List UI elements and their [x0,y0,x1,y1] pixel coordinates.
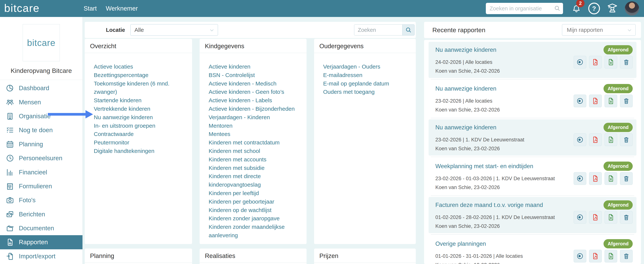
report-link-kinderen-per-geboortejaar[interactable]: Kinderen per geboortejaar [209,198,300,206]
report-link-kinderen-met-school[interactable]: Kinderen met school [209,147,300,155]
report-link-kinderen-zonder-maandelijkse-aanlevering[interactable]: Kinderen zonder maandelijkse aanlevering [209,223,300,240]
reports-filter-select[interactable]: Mijn rapporten [562,24,636,36]
report-title-link[interactable]: Nu aanwezige kinderen [435,46,496,53]
sidebar-item-label: Formulieren [19,183,52,190]
delete-report-button[interactable] [620,172,633,185]
report-separator [431,196,634,196]
sidebar-item-financieel[interactable]: Financieel [0,165,82,179]
camera-icon [6,196,14,204]
report-link-ouders-met-toegang[interactable]: Ouders met toegang [323,88,410,96]
report-search-input[interactable] [354,24,402,36]
report-link-nu-aanwezige-kinderen[interactable]: Nu aanwezige kinderen [94,113,186,122]
report-link-actieve-kinderen-geen-foto-s[interactable]: Actieve kinderen - Geen foto’s [209,88,300,96]
report-link-mentees[interactable]: Mentees [209,130,300,138]
report-link-startende-kinderen[interactable]: Startende kinderen [94,96,186,105]
sidebar-item-berichten[interactable]: Berichten [0,207,82,221]
delete-report-button[interactable] [620,56,633,68]
help-button[interactable]: ? [588,3,600,14]
report-link-actieve-kinderen[interactable]: Actieve kinderen [209,62,300,71]
report-link-actieve-kinderen-medisch[interactable]: Actieve kinderen - Medisch [209,80,300,88]
view-report-button[interactable] [574,56,586,68]
eye-icon [576,252,584,260]
report-link-verjaardagen-kinderen[interactable]: Verjaardagen - Kinderen [209,113,300,122]
user-avatar[interactable] [625,1,639,16]
report-link-e-mailadressen[interactable]: E-mailadressen [323,71,410,80]
download-excel-button[interactable] [604,250,617,262]
pdf-icon [592,136,599,144]
view-report-button[interactable] [574,172,586,185]
delete-report-button[interactable] [620,211,633,224]
sidebar-item-dashboard[interactable]: Dashboard [0,81,82,95]
sidebar-item-documenten[interactable]: Documenten [0,221,82,235]
report-link-kinderen-per-leeftijd[interactable]: Kinderen per leeftijd [209,189,300,198]
download-pdf-button[interactable] [589,133,602,146]
report-title-link[interactable]: Weekplanning met start- en eindtijden [435,163,533,170]
download-excel-button[interactable] [604,172,617,185]
sidebar-item-mensen[interactable]: Mensen [0,95,82,109]
global-search-input[interactable] [486,3,563,14]
report-link-kinderen-zonder-jaaropgave[interactable]: Kinderen zonder jaaropgave [209,214,300,223]
report-title-link[interactable]: Nu aanwezige kinderen [435,85,496,92]
report-link-bezettingspercentage[interactable]: Bezettingspercentage [94,71,186,80]
delete-report-button[interactable] [620,133,633,146]
location-select[interactable]: Alle [130,24,218,36]
report-link-contractwaarde[interactable]: Contractwaarde [94,130,186,138]
nav-item-start[interactable]: Start [84,5,97,12]
sidebar-item-label: Organisatie [19,112,51,120]
report-link-actieve-kinderen-labels[interactable]: Actieve kinderen - Labels [209,96,300,105]
sidebar-item-foto-s[interactable]: Foto's [0,193,82,207]
view-report-button[interactable] [574,250,586,262]
download-excel-button[interactable] [604,133,617,146]
report-link-vertrekkende-kinderen[interactable]: Vertrekkende kinderen [94,105,186,113]
report-link-e-mail-op-geplande-datum[interactable]: E-mail op geplande datum [323,80,410,88]
report-link-kinderen-met-subsidie[interactable]: Kinderen met subsidie [209,164,300,172]
report-link-toekomstige-kinderen-6-mnd-zwanger[interactable]: Toekomstige kinderen (6 mnd. zwanger) [94,80,186,96]
download-excel-button[interactable] [604,211,617,224]
delete-report-button[interactable] [620,250,633,262]
report-link-bsn-controlelijst[interactable]: BSN - Controlelijst [209,71,300,80]
report-link-kinderen-op-de-wachtlijst[interactable]: Kinderen op de wachtlijst [209,206,300,214]
report-link-digitale-handtekeningen[interactable]: Digitale handtekeningen [94,147,186,155]
report-link-peutermonitor[interactable]: Peutermonitor [94,138,186,147]
notifications-button[interactable]: 2 [571,3,582,14]
download-pdf-button[interactable] [589,172,602,185]
view-report-button[interactable] [574,94,586,107]
report-title-link[interactable]: Facturen deze maand t.o.v. vorige maand [435,202,543,208]
sidebar-item-rapporten[interactable]: Rapporten [0,235,82,249]
sidebar-item-label: Rapporten [19,238,48,246]
download-excel-button[interactable] [604,56,617,68]
report-link-in-en-uitstroom-groepen[interactable]: In- en uitstroom groepen [94,122,186,130]
view-report-button[interactable] [574,211,586,224]
view-report-button[interactable] [574,133,586,146]
excel-icon [607,58,614,66]
report-title-link[interactable]: Overige planningen [435,240,486,247]
report-link-kinderen-met-contractdatum[interactable]: Kinderen met contractdatum [209,138,300,147]
report-link-verjaardagen-ouders[interactable]: Verjaardagen - Ouders [323,62,410,71]
sidebar-item-personeelsuren[interactable]: Personeelsuren [0,151,82,165]
checklist-icon [6,126,14,134]
sidebar-item-label: Documenten [19,225,54,232]
sidebar-item-formulieren[interactable]: Formulieren [0,179,82,193]
sidebar-item-nog-te-doen[interactable]: Nog te doen [0,123,82,137]
report-link-mentoren[interactable]: Mentoren [209,122,300,130]
academy-button[interactable] [606,2,618,15]
excel-icon [607,97,614,105]
report-search-button[interactable] [402,24,415,36]
report-link-actieve-locaties[interactable]: Actieve locaties [94,62,186,71]
sidebar-item-label: Mensen [19,99,41,106]
delete-report-button[interactable] [620,94,633,107]
download-pdf-button[interactable] [589,250,602,262]
excel-icon [607,136,614,144]
report-link-actieve-kinderen-bijzonderheden[interactable]: Actieve kinderen - Bijzonderheden [209,105,300,113]
sidebar-item-import-export[interactable]: Import/export [0,249,82,263]
report-link-kinderen-met-directe-kinderopvangtoeslag[interactable]: Kinderen met directe kinderopvangtoeslag [209,172,300,189]
download-pdf-button[interactable] [589,211,602,224]
download-excel-button[interactable] [604,94,617,107]
sidebar-item-planning[interactable]: Planning [0,137,82,151]
report-link-kinderen-met-accounts[interactable]: Kinderen met accounts [209,155,300,164]
sidebar-item-organisatie[interactable]: Organisatie [0,109,82,123]
download-pdf-button[interactable] [589,56,602,68]
report-title-link[interactable]: Nu aanwezige kinderen [435,124,496,131]
nav-item-werknemer[interactable]: Werknemer [106,5,138,12]
download-pdf-button[interactable] [589,94,602,107]
